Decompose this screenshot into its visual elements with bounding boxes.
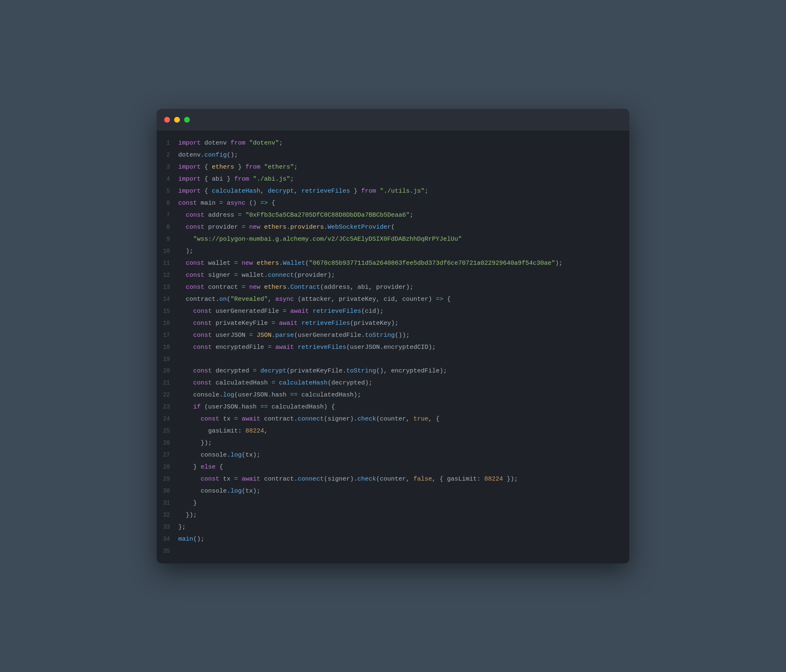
token-plain: (privateKey); (350, 320, 398, 327)
token-kw: const (201, 416, 219, 423)
token-kw: const (193, 380, 212, 387)
token-kw: const (186, 212, 204, 219)
token-obj: ethers (212, 164, 234, 171)
token-plain (223, 200, 227, 207)
code-content: const signer = wallet.connect(provider); (178, 270, 619, 281)
token-plain: ; (410, 212, 413, 219)
code-line: 2dotenv.config(); (157, 149, 629, 161)
close-button[interactable] (164, 117, 170, 123)
line-number: 9 (157, 233, 178, 245)
token-op: = (283, 308, 286, 315)
token-plain: }); (503, 476, 518, 483)
token-kw: const (193, 344, 212, 351)
token-num: 88224 (484, 476, 503, 483)
code-content: console.log(userJSON.hash == calculatedH… (178, 389, 619, 401)
token-plain: . (286, 224, 290, 231)
token-plain: (address, abi, provider); (320, 284, 413, 291)
token-plain (260, 284, 264, 291)
token-plain (253, 260, 257, 267)
token-kw: from (234, 176, 249, 183)
line-number: 28 (157, 461, 178, 473)
token-kw: const (193, 367, 212, 375)
token-plain (275, 380, 279, 387)
token-plain: }); (178, 512, 197, 519)
token-op: = (249, 332, 253, 339)
token-plain: tx (219, 416, 234, 423)
token-kw: const (178, 200, 197, 207)
token-plain: (userJSON.encryptedCID); (346, 344, 436, 351)
token-plain: (userGeneratedFile. (294, 332, 365, 339)
token-kw: async (227, 200, 245, 207)
token-plain: address (204, 212, 238, 219)
code-content: } else { (178, 462, 619, 473)
code-content: const tx = await contract.connect(signer… (178, 413, 619, 425)
token-plain: wallet. (238, 272, 268, 279)
token-plain (178, 272, 186, 279)
token-plain: privateKeyFile (212, 320, 272, 327)
token-kw: import (178, 164, 201, 171)
token-fn: WebSocketProvider (328, 224, 391, 231)
token-plain (257, 367, 260, 375)
code-content: const decrypted = decrypt(privateKeyFile… (178, 365, 619, 377)
line-number: 7 (157, 209, 178, 221)
line-number: 13 (157, 281, 178, 293)
code-content: main(); (178, 534, 619, 545)
token-plain (178, 476, 201, 483)
maximize-button[interactable] (184, 117, 190, 123)
token-plain: gasLimit: (178, 428, 245, 435)
token-str: "./utils.js" (380, 188, 425, 195)
code-line: 9 "wss://polygon-mumbai.g.alchemy.com/v2… (157, 233, 629, 245)
token-plain (178, 260, 186, 267)
line-number: 2 (157, 149, 178, 161)
code-line: 11 const wallet = new ethers.Wallet("067… (157, 257, 629, 269)
token-fn: on (219, 296, 227, 303)
token-plain (178, 212, 186, 219)
token-plain: . (279, 260, 283, 267)
token-fn: decrypt (260, 367, 286, 375)
code-content: console.log(tx); (178, 450, 619, 461)
token-fn: log (230, 488, 242, 495)
token-plain: ; (294, 164, 298, 171)
token-plain: contract. (260, 476, 298, 483)
token-fn: toString (346, 367, 376, 375)
token-kw: import (178, 176, 201, 183)
code-line: 34main(); (157, 533, 629, 545)
line-number: 32 (157, 509, 178, 521)
code-content: const calculatedHash = calculateHash(dec… (178, 377, 619, 389)
token-plain: () (245, 200, 260, 207)
code-content: const userGeneratedFile = await retrieve… (178, 306, 619, 317)
line-number: 15 (157, 305, 178, 317)
token-plain: ( (305, 260, 309, 267)
token-kw: from (361, 188, 376, 195)
code-line: 5import { calculateHash, decrypt, retrie… (157, 185, 629, 197)
token-fn: Wallet (283, 260, 305, 267)
token-plain: (signer). (324, 416, 357, 423)
code-line: 22 console.log(userJSON.hash == calculat… (157, 389, 629, 401)
code-area: 1import dotenv from "dotenv";2dotenv.con… (157, 131, 629, 563)
code-window: 1import dotenv from "dotenv";2dotenv.con… (157, 109, 629, 563)
token-plain (275, 320, 279, 327)
code-line: 21 const calculatedHash = calculateHash(… (157, 377, 629, 389)
token-plain (238, 476, 242, 483)
token-kw: new (249, 224, 260, 231)
token-plain (260, 224, 264, 231)
token-fn: retrieveFiles (313, 308, 361, 315)
token-plain (178, 320, 193, 327)
token-plain (178, 308, 193, 315)
line-number: 27 (157, 449, 178, 461)
code-line: 18 const encryptedFile = await retrieveF… (157, 341, 629, 353)
token-plain: main (197, 200, 219, 207)
code-content: "wss://polygon-mumbai.g.alchemy.com/v2/J… (178, 234, 619, 245)
code-content: const main = async () => { (178, 198, 619, 209)
minimize-button[interactable] (174, 117, 180, 123)
token-op: => (436, 296, 443, 303)
token-kw: import (178, 188, 201, 195)
token-kw: from (245, 164, 260, 171)
token-fn: retrieveFiles (301, 320, 350, 327)
token-kw: const (193, 332, 212, 339)
token-fn: connect (298, 416, 324, 423)
token-plain: (decrypted); (328, 380, 372, 387)
token-plain: . (272, 332, 275, 339)
token-plain (178, 416, 201, 423)
token-kw: const (186, 224, 204, 231)
